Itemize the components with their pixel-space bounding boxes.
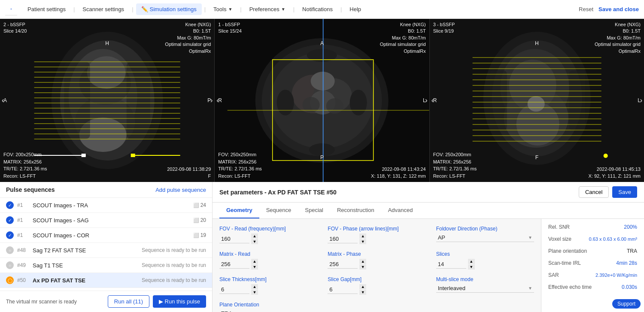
slices-value-row: ▲ ▼	[436, 259, 534, 270]
fov-phase-input[interactable]	[328, 235, 358, 243]
viewer-panel-2[interactable]: 1 - bSSFP Slice 15/24 Knee (NXG) B0: 1.5…	[215, 19, 429, 182]
tab-special[interactable]: Special	[298, 203, 330, 218]
fov-read-increment[interactable]: ▲	[251, 233, 258, 239]
fov-phase-increment[interactable]: ▲	[359, 233, 366, 239]
matrix-phase-decrement[interactable]: ▼	[359, 264, 366, 270]
viewer-3-prev-arrow[interactable]: ‹	[431, 97, 434, 104]
matrix-phase-label: Matrix - Phase	[328, 251, 425, 257]
nav-patient-settings[interactable]: Patient settings	[22, 3, 71, 15]
parameters-panel: Set parameters - Ax PD FAT SAT TSE #50 C…	[213, 182, 644, 312]
run-all-button[interactable]: Run all (11)	[108, 295, 149, 308]
pulse-num: #1	[17, 217, 29, 223]
multislice-dropdown[interactable]: Interleaved ▼	[436, 284, 534, 293]
nav-sep-1: |	[73, 6, 75, 12]
viewer-panel-3[interactable]: 3 - bSSFP Slice 9/19 Knee (NXG) B0: 1.5T…	[430, 19, 644, 182]
list-item[interactable]: ✓ #1 SCOUT Images - TRA ⬜ 24	[0, 198, 212, 213]
field-slices: Slices ▲ ▼	[436, 251, 534, 270]
foldover-label: Foldover Direction (Phase)	[436, 226, 534, 232]
reset-button[interactable]: Reset	[579, 6, 593, 12]
svg-point-41	[326, 98, 343, 114]
svg-rect-30	[82, 154, 86, 157]
slice-gap-increment[interactable]: ▲	[359, 284, 366, 289]
tools-dropdown-icon: ▼	[228, 7, 232, 12]
voxel-label: Voxel size	[548, 236, 571, 242]
list-item[interactable]: ○ #48 Sag T2 FAT SAT TSE Sequence is rea…	[0, 243, 212, 258]
matrix-phase-input[interactable]	[328, 260, 358, 269]
pulse-count: ⬜ 24	[193, 202, 206, 208]
slices-input[interactable]	[436, 260, 466, 269]
params-title: Set parameters - Ax PD FAT SAT TSE #50	[219, 189, 337, 196]
pulse-bottom-toolbar: The virtual mr scanner is ready Run all …	[0, 291, 212, 312]
matrix-read-increment[interactable]: ▲	[251, 259, 258, 264]
slice-thickness-input[interactable]	[219, 285, 249, 294]
pulse-status-check: ✓	[6, 201, 14, 209]
slice-thickness-increment[interactable]: ▲	[251, 284, 258, 289]
matrix-phase-increment[interactable]: ▲	[359, 259, 366, 264]
plane-orientation-dropdown[interactable]: TRA ▼	[219, 309, 305, 312]
slice-gap-label: Slice Gap[mm]	[328, 276, 425, 282]
stat-rel-snr: Rel. SNR 200%	[548, 224, 637, 230]
matrix-phase-value-row: ▲ ▼	[328, 259, 425, 270]
fields-grid: FOV - Read (frequency)[mm] ▲ ▼	[219, 226, 534, 295]
fov-read-value-row: ▲ ▼	[219, 233, 317, 244]
nav-help[interactable]: Help	[344, 3, 366, 15]
tab-geometry[interactable]: Geometry	[219, 203, 259, 218]
matrix-read-input[interactable]	[219, 260, 249, 269]
matrix-read-decrement[interactable]: ▼	[251, 264, 258, 270]
sar-label: SAR	[548, 272, 559, 278]
support-button[interactable]: Support	[612, 299, 641, 309]
pulse-num: #1	[17, 202, 29, 208]
nav-notifications[interactable]: Notifications	[297, 3, 338, 15]
list-item[interactable]: ◯ #50 Ax PD FAT SAT TSE Sequence is read…	[0, 273, 212, 288]
tab-sequence[interactable]: Sequence	[259, 203, 298, 218]
run-this-button[interactable]: ▶ Run this pulse	[153, 295, 206, 308]
viewer-2-next-arrow[interactable]: ›	[425, 97, 427, 104]
fov-phase-decrement[interactable]: ▼	[359, 239, 366, 244]
viewer-2-prev-arrow[interactable]: ‹	[216, 97, 219, 104]
nav-preferences[interactable]: Preferences ▼	[244, 3, 291, 15]
fov-read-decrement[interactable]: ▼	[251, 239, 258, 244]
nav-simulation-settings[interactable]: ✏️ Simulation settings	[136, 3, 202, 15]
foldover-dropdown-icon: ▼	[528, 235, 532, 240]
foldover-dropdown[interactable]: AP ▼	[436, 233, 534, 242]
cancel-button[interactable]: Cancel	[579, 186, 609, 198]
field-slice-thickness: Slice Thickness[mm] ▲ ▼	[219, 276, 317, 295]
save-close-button[interactable]: Save and close	[598, 6, 639, 12]
svg-point-2	[11, 9, 11, 9]
svg-point-46	[309, 143, 335, 156]
viewer-3-next-arrow[interactable]: ›	[640, 97, 642, 104]
list-item[interactable]: ✓ #1 SCOUT Images - SAG ⬜ 20	[0, 213, 212, 228]
tab-reconstruction[interactable]: Reconstruction	[330, 203, 381, 218]
slices-decrement[interactable]: ▼	[468, 264, 475, 270]
viewer-panel-1[interactable]: 2 - bSSFP Slice 14/20 Knee (NXG) B0: 1.5…	[0, 19, 215, 182]
multislice-label: Multi-slice mode	[436, 276, 534, 282]
nav-scanner-settings[interactable]: Scanner settings	[77, 3, 129, 15]
list-item[interactable]: ○ #49 Sag T1 TSE Sequence is ready to be…	[0, 258, 212, 273]
nav-sep-4: |	[240, 6, 241, 12]
pulse-sequences-panel: Pulse sequences Add pulse sequence ✓ #1 …	[0, 182, 213, 312]
plane-orientation-value: TRA	[221, 310, 298, 312]
slice-thickness-decrement[interactable]: ▼	[251, 290, 258, 295]
viewer-1-next-arrow[interactable]: ›	[210, 97, 213, 104]
matrix-read-label: Matrix - Read	[219, 251, 317, 257]
params-actions: Cancel Save	[579, 186, 637, 198]
matrix-read-stepper: ▲ ▼	[251, 259, 258, 270]
slice-gap-input[interactable]	[328, 285, 358, 294]
stat-scan-time: Scan-time IRL 4min 28s	[548, 260, 637, 266]
viewer-2-mri	[215, 19, 429, 182]
list-item[interactable]: ✓ #1 SCOUT Images - COR ⬜ 19	[0, 228, 212, 243]
pulse-list: ✓ #1 SCOUT Images - TRA ⬜ 24 ✓ #1 SCOUT …	[0, 198, 212, 291]
add-pulse-button[interactable]: Add pulse sequence	[155, 187, 206, 193]
slices-increment[interactable]: ▲	[468, 259, 475, 264]
viewer-1-prev-arrow[interactable]: ‹	[2, 97, 4, 104]
save-button[interactable]: Save	[612, 186, 637, 198]
pulse-status-check: ✓	[6, 216, 14, 224]
sar-value: 2.392e+0 W/Kg/min	[595, 273, 637, 278]
main-layout: 2 - bSSFP Slice 14/20 Knee (NXG) B0: 1.5…	[0, 19, 644, 312]
fov-read-input[interactable]	[219, 235, 249, 243]
tab-advanced[interactable]: Advanced	[381, 203, 420, 218]
nav-tools[interactable]: Tools ▼	[208, 3, 237, 15]
slice-gap-decrement[interactable]: ▼	[359, 290, 366, 295]
voxel-value: 0.63 x 0.63 x 6.00 mm³	[589, 236, 638, 242]
stat-echo-time: Effective echo time 0.030s	[548, 284, 637, 290]
